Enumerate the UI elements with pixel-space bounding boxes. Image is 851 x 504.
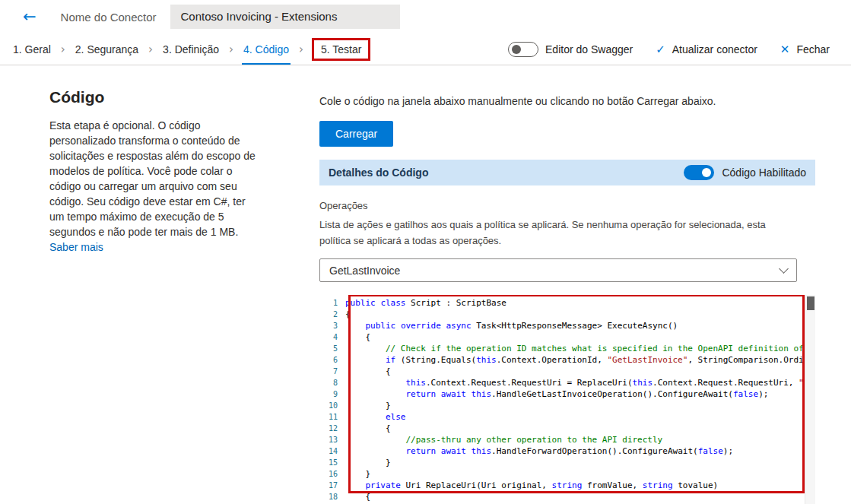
main-panel: Cole o código na janela abaixo manualmen… [319, 94, 815, 504]
line-number: 4 [319, 331, 345, 343]
code-line: 10 } [319, 400, 815, 411]
operations-description: Lista de ações e gatilhos aos quais a po… [319, 217, 789, 249]
code-line: 12 { [319, 423, 815, 434]
update-connector-button[interactable]: ✓ Atualizar conector [656, 43, 757, 56]
code-line: 3 public override async Task<HttpRespons… [319, 320, 815, 331]
code-line: 7 { [319, 366, 815, 377]
code-line: 14 return await this.HandleForwardOperat… [319, 445, 815, 457]
connector-title-input[interactable]: Contoso Invoicing - Extensions [170, 5, 400, 29]
code-enabled-toggle[interactable] [684, 165, 714, 180]
learn-more-link[interactable]: Saber mais [49, 241, 103, 253]
wizard-steps: 1. Geral › 2. Segurança › 3. Definição ›… [11, 33, 370, 65]
line-number: 8 [319, 377, 345, 388]
line-number: 15 [319, 457, 345, 468]
code-line: 16 } [319, 468, 815, 480]
code-line: 1public class Script : ScriptBase [319, 297, 815, 309]
line-number: 5 [319, 343, 345, 354]
sidebar-description: Esta etapa é opcional. O código personal… [49, 118, 256, 255]
tab-seguranca[interactable]: 2. Segurança [74, 33, 140, 65]
line-number: 3 [319, 320, 345, 331]
tab-geral[interactable]: 1. Geral [11, 33, 52, 65]
page-title: Código [49, 88, 256, 106]
instruction-text: Cole o código na janela abaixo manualmen… [319, 94, 815, 108]
close-button[interactable]: ✕ Fechar [780, 43, 830, 56]
close-label: Fechar [796, 43, 830, 55]
line-number: 18 [319, 491, 345, 502]
dropdown-selected-value: GetLastInvoice [329, 265, 400, 277]
tab-definicao[interactable]: 3. Definição [161, 33, 221, 65]
swagger-editor-toggle-group: Editor do Swagger [508, 42, 633, 57]
code-line: 6 if (String.Equals(this.Context.Operati… [319, 354, 815, 366]
code-line: 5 // Check if the operation ID matches w… [319, 343, 815, 354]
sidebar-description-text: Esta etapa é opcional. O código personal… [49, 119, 256, 238]
toggle-knob [512, 45, 521, 54]
line-number: 17 [319, 480, 345, 491]
nav-actions: Editor do Swagger ✓ Atualizar conector ✕… [485, 42, 830, 57]
line-number: 6 [319, 354, 345, 366]
operations-dropdown[interactable]: GetLastInvoice [319, 258, 797, 282]
line-number: 11 [319, 411, 345, 423]
code-enabled-toggle-group: Código Habilitado [684, 165, 806, 180]
line-number: 2 [319, 309, 345, 320]
close-icon: ✕ [780, 43, 790, 56]
code-line: 17 private Uri ReplaceUri(Uri original, … [319, 480, 815, 491]
code-line: 9 return await this.HandleGetLastInvoice… [319, 388, 815, 400]
code-line: 2{ [319, 309, 815, 320]
line-number: 7 [319, 366, 345, 377]
code-line: 18 { [319, 491, 815, 502]
code-line: 4 { [319, 331, 815, 343]
code-details-bar: Detalhes do Código Código Habilitado [319, 160, 815, 185]
code-line: 11 else [319, 411, 815, 423]
code-lines: 1public class Script : ScriptBase2{3 pub… [319, 297, 815, 502]
wizard-navbar: 1. Geral › 2. Segurança › 3. Definição ›… [0, 33, 851, 65]
line-number: 9 [319, 388, 345, 400]
line-number: 1 [319, 297, 345, 309]
code-enabled-label: Código Habilitado [722, 166, 806, 179]
chevron-right-icon: › [299, 43, 303, 56]
code-details-title: Detalhes do Código [329, 166, 428, 179]
line-number: 12 [319, 423, 345, 434]
line-number: 10 [319, 400, 345, 411]
tab-testar[interactable]: 5. Testar [312, 38, 370, 61]
code-line: 8 this.Context.Request.RequestUri = Repl… [319, 377, 815, 388]
check-icon: ✓ [656, 43, 665, 56]
chevron-right-icon: › [61, 43, 65, 56]
code-line: 13 //pass-thru any other operation to th… [319, 434, 815, 445]
connector-name-label: Nome do Conector [61, 11, 157, 24]
back-icon[interactable]: ← [23, 8, 37, 26]
upload-button[interactable]: Carregar [319, 121, 393, 147]
line-number: 13 [319, 434, 345, 445]
operations-label: Operações [319, 200, 815, 211]
code-line: 15 } [319, 457, 815, 468]
line-number: 16 [319, 468, 345, 480]
chevron-down-icon [779, 264, 789, 274]
update-connector-label: Atualizar conector [672, 43, 757, 55]
chevron-right-icon: › [229, 43, 233, 56]
code-editor[interactable]: 1public class Script : ScriptBase2{3 pub… [319, 295, 815, 504]
swagger-editor-toggle[interactable] [508, 42, 538, 57]
toggle-knob [702, 168, 711, 177]
line-number: 14 [319, 445, 345, 457]
topbar: ← Nome do Conector Contoso Invoicing - E… [0, 0, 851, 33]
swagger-editor-toggle-label: Editor do Swagger [545, 43, 633, 55]
chevron-right-icon: › [148, 43, 153, 56]
scrollbar[interactable] [805, 295, 815, 504]
sidebar: Código Esta etapa é opcional. O código p… [49, 88, 256, 255]
tab-codigo[interactable]: 4. Código [242, 33, 291, 65]
scrollbar-thumb[interactable] [807, 296, 814, 310]
